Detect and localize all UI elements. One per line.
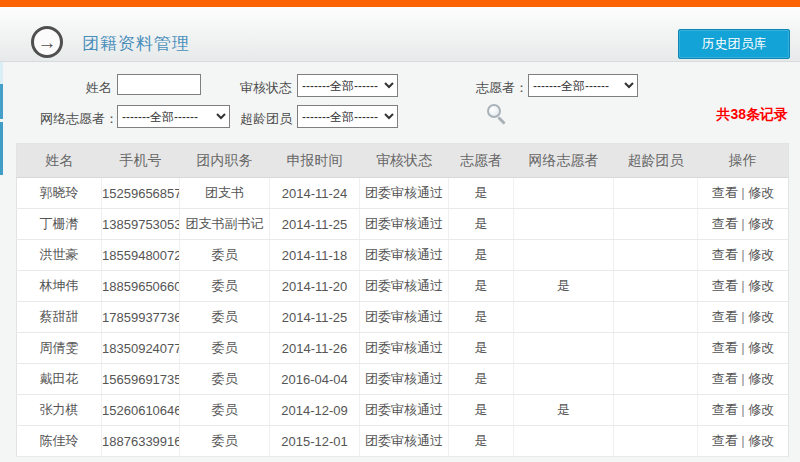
operation-separator: | [738, 402, 749, 417]
edit-link[interactable]: 修改 [748, 247, 774, 262]
cell-date: 2014-11-18 [270, 240, 360, 271]
cell-position: 委员 [180, 333, 270, 364]
page-header: → 团籍资料管理 历史团员库 [0, 7, 800, 62]
cell-status: 团委审核通过 [360, 333, 449, 364]
cell-operations: 查看 | 修改 [698, 426, 789, 457]
cell-phone: 18876339916 [102, 426, 180, 457]
operation-separator: | [738, 216, 749, 231]
cell-date: 2014-11-24 [270, 178, 360, 209]
cell-name: 周倩雯 [17, 333, 102, 364]
cell-phone: 15259656857 [102, 178, 180, 209]
view-link[interactable]: 查看 [712, 433, 738, 448]
cell-date: 2014-11-25 [270, 302, 360, 333]
view-link[interactable]: 查看 [712, 216, 738, 231]
cell-name: 洪世豪 [17, 240, 102, 271]
operation-separator: | [738, 185, 749, 200]
overage-member-select[interactable]: -------全部------ [297, 105, 398, 128]
cell-volunteer: 是 [449, 209, 514, 240]
cell-volunteer: 是 [449, 333, 514, 364]
column-header-4: 审核状态 [360, 144, 449, 178]
cell-date: 2014-11-25 [270, 209, 360, 240]
operation-separator: | [738, 340, 749, 355]
history-members-button[interactable]: 历史团员库 [678, 29, 790, 59]
column-header-0: 姓名 [17, 144, 102, 178]
cell-position: 委员 [180, 364, 270, 395]
operation-separator: | [738, 309, 749, 324]
cell-status: 团委审核通过 [360, 178, 449, 209]
view-link[interactable]: 查看 [712, 278, 738, 293]
cell-position: 委员 [180, 240, 270, 271]
operation-separator: | [738, 371, 749, 386]
table-row: 陈佳玲18876339916委员2015-12-01团委审核通过是查看 | 修改 [17, 426, 789, 457]
view-link[interactable]: 查看 [712, 247, 738, 262]
search-icon[interactable] [487, 104, 501, 118]
edit-link[interactable]: 修改 [748, 278, 774, 293]
cell-overage [614, 209, 698, 240]
table-row: 张力棋15260610646委员2014-12-09团委审核通过是是查看 | 修… [17, 395, 789, 426]
table-row: 周倩雯18350924077委员2014-11-26团委审核通过是查看 | 修改 [17, 333, 789, 364]
cell-operations: 查看 | 修改 [698, 364, 789, 395]
table-row: 郭晓玲15259656857团支书2014-11-24团委审核通过是查看 | 修… [17, 178, 789, 209]
edit-link[interactable]: 修改 [748, 402, 774, 417]
volunteer-select[interactable]: -------全部------ [528, 74, 638, 97]
cell-net_volunteer: 是 [514, 271, 614, 302]
cell-volunteer: 是 [449, 395, 514, 426]
cell-name: 林坤伟 [17, 271, 102, 302]
cell-phone: 15659691735 [102, 364, 180, 395]
cell-overage [614, 364, 698, 395]
cell-name: 丁栅潸 [17, 209, 102, 240]
cell-phone: 18559480072 [102, 240, 180, 271]
cell-operations: 查看 | 修改 [698, 395, 789, 426]
view-link[interactable]: 查看 [712, 402, 738, 417]
cell-status: 团委审核通过 [360, 426, 449, 457]
cell-overage [614, 240, 698, 271]
cell-overage [614, 426, 698, 457]
cell-date: 2016-04-04 [270, 364, 360, 395]
cell-date: 2015-12-01 [270, 426, 360, 457]
edit-link[interactable]: 修改 [748, 216, 774, 231]
cell-phone: 17859937736 [102, 302, 180, 333]
view-link[interactable]: 查看 [712, 309, 738, 324]
table-row: 洪世豪18559480072委员2014-11-18团委审核通过是查看 | 修改 [17, 240, 789, 271]
cell-operations: 查看 | 修改 [698, 302, 789, 333]
cell-net_volunteer [514, 302, 614, 333]
cell-net_volunteer [514, 178, 614, 209]
name-input[interactable] [117, 74, 201, 95]
column-header-3: 申报时间 [270, 144, 360, 178]
cell-operations: 查看 | 修改 [698, 209, 789, 240]
cell-name: 戴田花 [17, 364, 102, 395]
view-link[interactable]: 查看 [712, 371, 738, 386]
edit-link[interactable]: 修改 [748, 433, 774, 448]
table-body: 郭晓玲15259656857团支书2014-11-24团委审核通过是查看 | 修… [17, 178, 789, 457]
operation-separator: | [738, 247, 749, 262]
edit-link[interactable]: 修改 [748, 185, 774, 200]
review-status-select[interactable]: -------全部------ [297, 74, 398, 97]
net-volunteer-select[interactable]: -------全部------ [117, 105, 230, 128]
view-link[interactable]: 查看 [712, 185, 738, 200]
view-link[interactable]: 查看 [712, 340, 738, 355]
column-header-5: 志愿者 [449, 144, 514, 178]
column-header-7: 超龄团员 [614, 144, 698, 178]
table-header-row: 姓名手机号团内职务申报时间审核状态志愿者网络志愿者超龄团员操作 [17, 144, 789, 178]
edit-link[interactable]: 修改 [748, 371, 774, 386]
review-status-label: 审核状态： [240, 79, 305, 97]
edit-link[interactable]: 修改 [748, 340, 774, 355]
cell-position: 委员 [180, 271, 270, 302]
table-row: 丁栅潸13859753053团支书副书记2014-11-25团委审核通过是查看 … [17, 209, 789, 240]
cell-net_volunteer [514, 364, 614, 395]
cell-name: 郭晓玲 [17, 178, 102, 209]
cell-volunteer: 是 [449, 364, 514, 395]
cell-operations: 查看 | 修改 [698, 178, 789, 209]
cell-overage [614, 302, 698, 333]
cell-status: 团委审核通过 [360, 209, 449, 240]
cell-date: 2014-12-09 [270, 395, 360, 426]
edit-link[interactable]: 修改 [748, 309, 774, 324]
cell-net_volunteer [514, 240, 614, 271]
overage-member-label: 超龄团员： [240, 110, 305, 128]
cell-volunteer: 是 [449, 178, 514, 209]
cell-net_volunteer: 是 [514, 395, 614, 426]
operation-separator: | [738, 433, 749, 448]
column-header-8: 操作 [698, 144, 789, 178]
cell-status: 团委审核通过 [360, 364, 449, 395]
top-accent-bar [0, 0, 800, 7]
